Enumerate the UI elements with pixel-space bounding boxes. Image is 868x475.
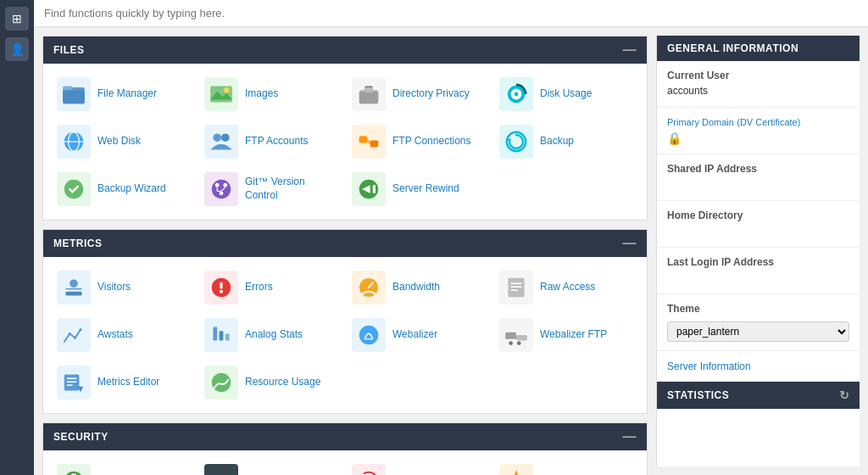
- server-rewind-icon: [352, 172, 386, 206]
- svg-rect-38: [220, 282, 222, 289]
- general-info-header: GENERAL INFORMATION: [657, 36, 860, 61]
- visitors-icon: [57, 271, 91, 305]
- web-disk-label: Web Disk: [97, 135, 141, 148]
- awstats-icon: [57, 318, 91, 352]
- svg-rect-35: [65, 292, 81, 296]
- webalizer-item[interactable]: Webalizer: [348, 315, 489, 355]
- server-info-link[interactable]: Server Information: [667, 360, 751, 372]
- server-rewind-item[interactable]: Server Rewind: [348, 169, 489, 210]
- visitors-item[interactable]: Visitors: [53, 267, 194, 308]
- webalizer-ftp-icon: [499, 318, 533, 352]
- content-area: FILES — File Manager: [34, 27, 868, 475]
- analog-stats-label: Analog Stats: [245, 328, 303, 342]
- lock-icon: 🔒: [667, 131, 682, 145]
- resource-usage-label: Resource Usage: [245, 376, 320, 389]
- svg-rect-49: [213, 327, 217, 340]
- files-body: File Manager Images Director: [43, 64, 647, 220]
- security-body: AutoInstall SSL >_SSH SSH Access: [43, 450, 647, 475]
- svg-line-20: [367, 140, 370, 144]
- user-account-icon[interactable]: 👤: [5, 37, 29, 61]
- files-section: FILES — File Manager: [42, 36, 648, 221]
- ftp-accounts-label: FTP Accounts: [245, 135, 308, 148]
- files-minimize-btn[interactable]: —: [623, 43, 637, 57]
- svg-point-25: [215, 183, 220, 187]
- ssl-tls-item[interactable]: SSL/TLS: [496, 461, 637, 475]
- apps-grid-icon[interactable]: ⊞: [5, 7, 29, 31]
- theme-label: Theme: [667, 303, 849, 315]
- last-login-value: [667, 271, 849, 285]
- svg-rect-1: [63, 90, 85, 103]
- theme-select[interactable]: paper_lantern x3 x: [667, 321, 849, 342]
- security-minimize-btn[interactable]: —: [623, 430, 637, 444]
- shared-ip-section: Shared IP Address: [657, 154, 860, 201]
- shared-ip-value: [667, 178, 849, 192]
- right-sidebar: GENERAL INFORMATION Current User account…: [656, 36, 860, 467]
- ftp-accounts-item[interactable]: FTP Accounts: [201, 121, 342, 162]
- current-user-value: accounts: [667, 85, 849, 98]
- errors-label: Errors: [245, 281, 273, 294]
- directory-privacy-item[interactable]: Directory Privacy: [348, 74, 489, 115]
- current-user-section: Current User accounts: [657, 61, 860, 108]
- directory-privacy-icon: [352, 77, 386, 111]
- web-disk-item[interactable]: Web Disk: [53, 121, 194, 162]
- files-title: FILES: [53, 44, 85, 56]
- webalizer-ftp-item[interactable]: Webalizer FTP: [496, 315, 637, 355]
- svg-point-27: [220, 191, 224, 195]
- metrics-minimize-btn[interactable]: —: [623, 237, 637, 250]
- raw-access-item[interactable]: Raw Access: [496, 267, 637, 308]
- svg-point-56: [517, 341, 521, 345]
- bandwidth-item[interactable]: Bandwidth: [348, 267, 489, 308]
- awstats-item[interactable]: Awstats: [53, 315, 194, 355]
- disk-usage-item[interactable]: Disk Usage: [496, 74, 637, 115]
- backup-wizard-item[interactable]: Backup Wizard: [53, 169, 194, 210]
- current-user-label: Current User: [667, 70, 849, 81]
- backup-wizard-label: Backup Wizard: [97, 182, 166, 196]
- svg-point-12: [515, 92, 519, 97]
- last-login-label: Last Login IP Address: [667, 256, 849, 268]
- svg-rect-2: [63, 86, 72, 90]
- svg-rect-18: [359, 137, 368, 143]
- webalizer-icon: [352, 318, 386, 352]
- file-manager-icon: [57, 77, 91, 111]
- svg-rect-54: [505, 332, 516, 339]
- file-manager-item[interactable]: File Manager: [53, 74, 194, 115]
- svg-rect-33: [373, 185, 376, 193]
- images-item[interactable]: Images: [201, 74, 342, 115]
- svg-point-46: [69, 332, 71, 335]
- ssh-access-icon: >_SSH: [204, 464, 238, 475]
- analog-stats-item[interactable]: Analog Stats: [201, 315, 342, 355]
- raw-access-icon: [499, 271, 533, 305]
- errors-item[interactable]: Errors: [201, 267, 342, 308]
- svg-point-24: [212, 180, 231, 198]
- git-version-control-icon: [204, 172, 238, 206]
- analog-stats-icon: [204, 318, 238, 352]
- svg-point-39: [220, 290, 223, 293]
- git-version-control-item[interactable]: Git™ Version Control: [201, 169, 342, 210]
- svg-point-55: [509, 341, 513, 345]
- webalizer-label: Webalizer: [392, 328, 437, 342]
- svg-point-52: [359, 326, 378, 344]
- svg-point-34: [70, 279, 78, 288]
- server-info-section: Server Information: [657, 351, 860, 382]
- last-login-section: Last Login IP Address: [657, 248, 860, 294]
- git-version-control-label: Git™ Version Control: [245, 176, 338, 202]
- svg-marker-22: [508, 139, 512, 143]
- backup-label: Backup: [540, 135, 574, 148]
- primary-domain-label: Primary Domain (DV Certificate): [667, 116, 849, 128]
- backup-item[interactable]: Backup: [496, 121, 637, 162]
- svg-point-63: [212, 373, 231, 392]
- svg-point-26: [223, 183, 227, 187]
- ip-blocker-item[interactable]: IP Blocker: [348, 461, 489, 475]
- home-directory-section: Home Directory: [657, 201, 860, 248]
- search-input[interactable]: [44, 7, 858, 20]
- svg-rect-7: [359, 92, 378, 103]
- statistics-refresh-icon[interactable]: ↻: [839, 388, 850, 402]
- resource-usage-item[interactable]: Resource Usage: [201, 362, 342, 403]
- ftp-connections-item[interactable]: FTP Connections: [348, 121, 489, 162]
- resource-usage-icon: [204, 366, 238, 400]
- ssh-access-item[interactable]: >_SSH SSH Access: [201, 461, 342, 475]
- server-rewind-label: Server Rewind: [392, 182, 459, 196]
- home-directory-value: [667, 225, 849, 238]
- metrics-editor-item[interactable]: Metrics Editor: [53, 362, 194, 403]
- autoinstall-ssl-item[interactable]: AutoInstall SSL: [53, 461, 194, 475]
